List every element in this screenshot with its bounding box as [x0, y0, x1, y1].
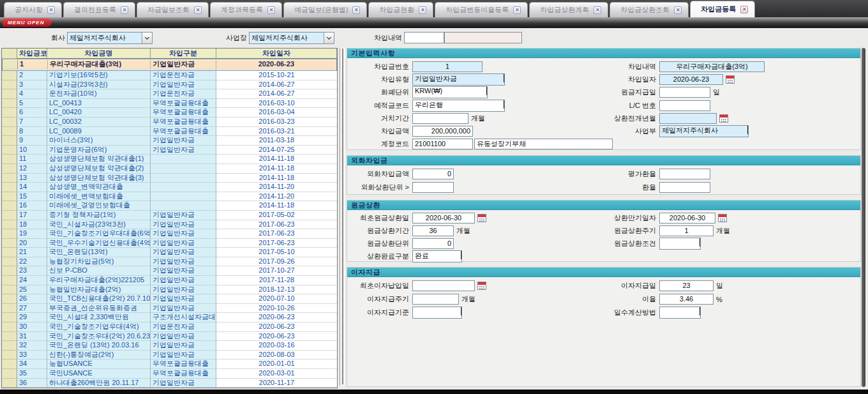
repay-complete-select[interactable]: 완료 — [412, 250, 462, 262]
table-row[interactable]: 15미래에셋_변액보험대출2014-11-20 — [2, 192, 337, 202]
cell-loan-type[interactable]: 기업일반자금 — [151, 211, 216, 220]
row-selector-cell[interactable] — [2, 89, 17, 99]
tab-close-icon[interactable]: ✕ — [419, 6, 426, 14]
tab-close-icon[interactable]: ✕ — [594, 6, 601, 14]
header-loan-code[interactable]: 차입금코드 — [17, 49, 47, 59]
table-row[interactable]: 5LC_00413무역포괄금융대출2016-03-10 — [2, 99, 337, 109]
table-row[interactable]: 17중기청 정책자금(1억)기업일반자금2017-05-02 — [2, 211, 337, 220]
cell-loan-name[interactable]: 삼성생명단체보험 약관대출(1) — [47, 155, 151, 164]
cell-loan-code[interactable]: 29 — [17, 313, 47, 322]
cell-loan-type[interactable]: 무역포괄금융대출 — [151, 360, 216, 369]
table-row[interactable]: 27부국증권_선순위유동화증권기업일반자금2020-10-26 — [2, 304, 337, 314]
row-selector-cell[interactable] — [2, 80, 17, 90]
tab-close-icon[interactable]: ✕ — [352, 6, 360, 14]
cell-loan-type[interactable]: 무역포괄금융대출 — [151, 127, 216, 137]
panel-scrollbar[interactable] — [862, 48, 865, 387]
row-selector-cell[interactable] — [2, 360, 17, 369]
cell-loan-date[interactable]: 2014-11-18 — [216, 155, 337, 164]
row-selector-cell[interactable] — [2, 201, 17, 211]
cell-loan-type[interactable]: 기업운전자금 — [151, 89, 216, 99]
deposit-code-select[interactable]: 우리은행 — [412, 100, 505, 112]
cell-loan-code[interactable]: 23 — [17, 266, 47, 276]
fx-amount-input[interactable]: 0 — [412, 169, 454, 179]
cell-loan-date[interactable]: 2011-03-18 — [216, 136, 337, 146]
cell-loan-date[interactable]: 2020-03-16 — [216, 341, 337, 351]
cell-loan-name[interactable]: 국민_기술창조기업우대대출(6억) — [47, 229, 151, 239]
cell-loan-date[interactable]: 2017-06-23 — [216, 239, 337, 248]
cell-loan-type[interactable]: 기업일반자금 — [151, 341, 216, 351]
table-row[interactable]: 30국민_기술창조기업우대(4억)기업운전자금2020-06-23 — [2, 322, 337, 332]
eval-rate-input[interactable] — [659, 169, 710, 179]
cell-loan-code[interactable]: 25 — [17, 285, 47, 295]
cell-loan-date[interactable]: 2014-11-18 — [216, 201, 337, 211]
cell-loan-code[interactable]: 1 — [18, 60, 48, 70]
cell-loan-date[interactable]: 2018-12-13 — [216, 285, 337, 295]
table-row[interactable]: 36하나대출260백만원 20.11.17기업일반자금2020-11-17 — [2, 379, 337, 388]
cell-loan-code[interactable]: 14 — [17, 183, 47, 192]
table-row[interactable]: 14삼성생명_변액약관대출2014-11-20 — [2, 183, 337, 192]
maturity-date-field[interactable]: 2020-06-30 — [659, 213, 715, 224]
table-row[interactable]: 3시설자금(23억3천)기업일반자금2014-06-27 — [2, 80, 337, 90]
cell-loan-date[interactable]: 2020-10-26 — [216, 304, 337, 314]
table-row[interactable]: 22농협장기차입금(5억)기업일반자금2017-09-26 — [2, 257, 337, 267]
cell-loan-type[interactable]: 무역포괄금융대출 — [151, 369, 216, 379]
cell-loan-date[interactable]: 2016-03-23 — [216, 117, 337, 127]
tab-close-icon[interactable]: ✕ — [740, 6, 748, 13]
loan-desc-field[interactable]: 우리구매자금대출(3억) — [659, 61, 765, 72]
cell-loan-code[interactable]: 35 — [17, 369, 47, 379]
chevron-down-icon[interactable] — [142, 33, 152, 43]
cell-loan-name[interactable]: 미래에셋_경영인보험대출 — [47, 201, 151, 211]
table-row[interactable]: 4운전자금(10억)기업운전자금2014-06-27 — [2, 89, 337, 99]
cell-loan-name[interactable]: 신보 P-CBO — [47, 266, 151, 276]
cell-loan-code[interactable]: 19 — [17, 229, 47, 239]
cell-loan-date[interactable]: 2015-10-21 — [216, 71, 337, 80]
cell-loan-name[interactable]: 우리구매자금대출(3억) — [48, 60, 151, 70]
fx-repay-unit-input[interactable] — [412, 182, 454, 193]
cell-loan-type[interactable]: 기업일반자금 — [151, 379, 216, 388]
calendar-icon[interactable] — [718, 214, 727, 222]
cell-loan-type[interactable]: 무역포괄금융대출 — [151, 99, 216, 109]
table-row[interactable]: 26국민_TCB신용대출(2억) 20.7.10기업일반자금2020-07-10 — [2, 294, 337, 304]
cell-loan-code[interactable]: 18 — [17, 220, 47, 230]
cell-loan-date[interactable]: 2017-05-02 — [216, 211, 337, 220]
repay-unit-input[interactable]: 0 — [412, 238, 454, 249]
cell-loan-name[interactable]: LC_00032 — [47, 117, 151, 127]
cell-loan-code[interactable]: 17 — [17, 211, 47, 220]
cell-loan-name[interactable]: 농협일반자금대출(2억) — [47, 285, 151, 295]
chevron-down-icon[interactable] — [504, 74, 504, 85]
cell-loan-name[interactable]: 삼성생명_변액약관대출 — [47, 183, 151, 192]
cell-loan-code[interactable]: 24 — [17, 276, 47, 285]
division-select[interactable]: 제일저지주식회사 — [659, 125, 749, 137]
cell-loan-code[interactable]: 26 — [17, 294, 47, 304]
cell-loan-code[interactable]: 20 — [17, 239, 47, 248]
cell-loan-type[interactable] — [151, 155, 216, 164]
cell-loan-type[interactable]: 무역포괄금융대출 — [151, 108, 216, 117]
cell-loan-date[interactable]: 2014-11-18 — [216, 174, 337, 183]
day-count-method-select[interactable] — [659, 307, 701, 319]
cell-loan-date[interactable]: 2014-11-18 — [216, 164, 337, 174]
loan-type-select[interactable]: 기업일반자금 — [412, 73, 505, 86]
row-selector-cell[interactable] — [2, 155, 17, 164]
table-row[interactable]: 34농협USANCE무역포괄금융대출2020-01-01 — [2, 360, 337, 369]
cell-loan-date[interactable]: 2017-09-26 — [216, 257, 337, 267]
cell-loan-type[interactable]: 기업일반자금 — [151, 136, 216, 146]
tab-account-registration[interactable]: 계정과목등록✕ — [210, 2, 282, 17]
cell-loan-date[interactable]: 2014-11-20 — [216, 192, 337, 202]
cell-loan-name[interactable]: LC_00413 — [47, 99, 151, 109]
row-selector-cell[interactable] — [2, 164, 17, 174]
row-selector-cell[interactable] — [2, 183, 17, 192]
cell-loan-date[interactable]: 2020-08-03 — [216, 351, 337, 360]
row-selector-cell[interactable] — [2, 285, 17, 295]
cell-loan-code[interactable]: 33 — [17, 351, 47, 360]
row-selector-cell[interactable] — [2, 136, 17, 146]
cell-loan-name[interactable]: 농협USANCE — [47, 360, 151, 369]
calendar-icon[interactable] — [726, 75, 735, 84]
repay-open-ym-field[interactable] — [659, 113, 717, 124]
row-selector-cell[interactable] — [2, 248, 17, 257]
table-row[interactable]: 11삼성생명단체보험 약관대출(1)2014-11-18 — [2, 155, 337, 164]
row-selector-cell[interactable] — [2, 229, 17, 239]
first-interest-date-field[interactable] — [412, 280, 475, 291]
table-row[interactable]: 29국민_시설대 2,330백만원구조개선시설자금대출2020-06-23 — [2, 313, 337, 322]
first-repay-date-field[interactable]: 2020-06-30 — [412, 213, 475, 224]
cell-loan-code[interactable]: 30 — [17, 322, 47, 332]
